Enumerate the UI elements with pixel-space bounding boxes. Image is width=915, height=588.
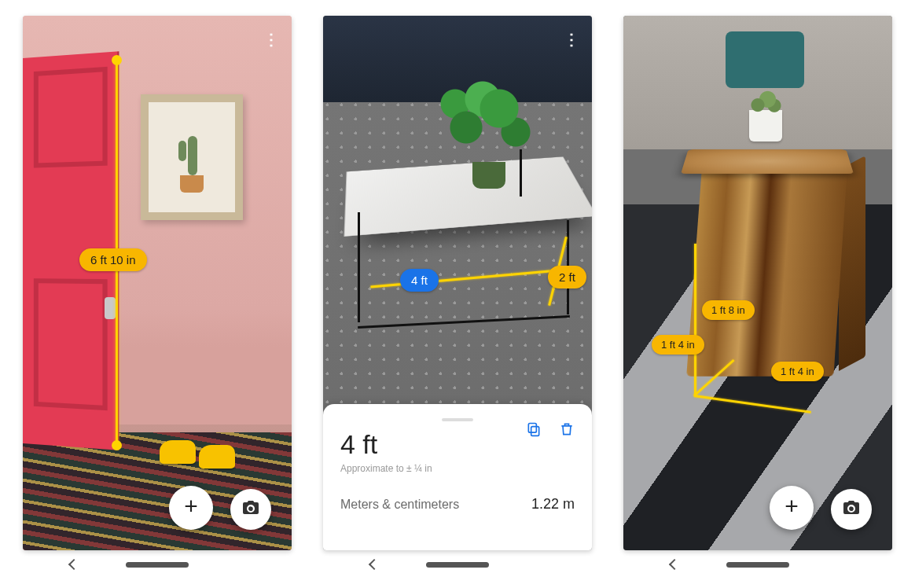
more-vert-icon[interactable]: ⋮ <box>262 30 281 49</box>
measure-endpoint-bottom[interactable] <box>112 440 122 450</box>
svg-rect-1 <box>528 424 536 433</box>
copy-icon[interactable] <box>526 421 542 437</box>
wall-art <box>141 94 243 220</box>
android-nav-bar <box>23 550 292 579</box>
measurement-pill-width[interactable]: 2 ft <box>548 266 586 288</box>
phone-3: 1 ft 8 in 1 ft 4 in 1 ft 4 in + <box>623 16 892 579</box>
scene-cushion <box>726 31 804 88</box>
art-cactus <box>172 122 211 193</box>
measurement-pill-width-right[interactable]: 1 ft 4 in <box>771 362 824 381</box>
phone-2: 4 ft 2 ft ⋮ 4 ft Approximate to ± ¼ in M… <box>323 16 592 579</box>
alt-unit-value: 1.22 m <box>531 496 575 513</box>
scene-plant <box>433 71 543 189</box>
measurement-sheet[interactable]: 4 ft Approximate to ± ¼ in Meters & cent… <box>323 404 592 550</box>
plus-icon: + <box>785 494 799 518</box>
door-handle <box>105 297 116 319</box>
measure-line-height[interactable] <box>694 244 696 396</box>
scene-shoes <box>160 440 238 475</box>
screen-wood-stool: 1 ft 8 in 1 ft 4 in 1 ft 4 in + <box>623 16 892 550</box>
camera-button[interactable] <box>230 489 271 530</box>
sheet-subline: Approximate to ± ¼ in <box>340 463 575 474</box>
scene-stool <box>685 134 850 393</box>
camera-icon <box>241 498 260 520</box>
alt-unit-label[interactable]: Meters & centimeters <box>340 498 459 512</box>
add-button[interactable]: + <box>169 486 213 530</box>
sheet-grabber[interactable] <box>442 418 473 421</box>
table-leg <box>358 212 360 322</box>
measure-endpoint-top[interactable] <box>112 55 122 65</box>
trash-icon[interactable] <box>559 421 575 437</box>
nav-back-icon[interactable] <box>369 559 380 570</box>
add-button[interactable]: + <box>770 486 814 530</box>
screen-coffee-table: 4 ft 2 ft ⋮ 4 ft Approximate to ± ¼ in M… <box>323 16 592 550</box>
camera-icon <box>842 498 861 520</box>
nav-home-pill[interactable] <box>426 562 489 568</box>
plus-icon: + <box>184 494 198 518</box>
measurement-pill-length-selected[interactable]: 4 ft <box>400 269 439 292</box>
camera-button[interactable] <box>831 489 872 530</box>
screen-door: 6 ft 10 in ⋮ + <box>23 16 292 550</box>
nav-back-icon[interactable] <box>68 559 79 570</box>
phone-1: 6 ft 10 in ⋮ + <box>23 16 292 579</box>
measurement-pill-height[interactable]: 6 ft 10 in <box>79 248 147 271</box>
android-nav-bar <box>323 550 592 579</box>
android-nav-bar <box>623 550 892 579</box>
nav-back-icon[interactable] <box>669 559 680 570</box>
scene-succulent <box>746 88 785 116</box>
nav-home-pill[interactable] <box>126 562 189 568</box>
measurement-pill-height[interactable]: 1 ft 8 in <box>702 300 755 320</box>
measurement-pill-width-left[interactable]: 1 ft 4 in <box>652 335 704 355</box>
svg-rect-0 <box>531 427 539 436</box>
nav-home-pill[interactable] <box>726 562 789 568</box>
more-vert-icon[interactable]: ⋮ <box>562 30 581 49</box>
